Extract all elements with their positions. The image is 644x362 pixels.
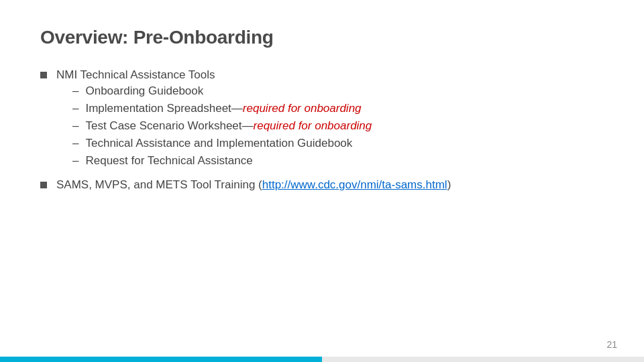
main-bullet-item: NMI Technical Assistance Tools – Onboard… — [40, 68, 604, 172]
content-area: Overview: Pre-Onboarding NMI Technical A… — [0, 0, 644, 224]
dash-icon-5: – — [72, 154, 78, 168]
sub-item-3-text: Test Case Scenario Worksheet—required fo… — [85, 119, 372, 133]
main-bullet-list: NMI Technical Assistance Tools – Onboard… — [40, 68, 604, 192]
slide-title: Overview: Pre-Onboarding — [40, 27, 604, 48]
sams-bullet-item: SAMS, MVPS, and METS Tool Training (http… — [40, 178, 604, 192]
main-bullet-text: NMI Technical Assistance Tools — [56, 68, 215, 81]
required-text-3: required for onboarding — [254, 119, 372, 132]
sams-link[interactable]: http://www.cdc.gov/nmi/ta-sams.html — [262, 178, 447, 191]
sub-item-5-text: Request for Technical Assistance — [85, 154, 252, 168]
required-text-2: required for onboarding — [243, 102, 362, 115]
sub-item-1-text: Onboarding Guidebook — [85, 84, 203, 98]
sams-bullet-content: SAMS, MVPS, and METS Tool Training (http… — [56, 178, 604, 192]
title-text: Overview: Pre-Onboarding — [40, 27, 274, 48]
bullet-square-icon — [40, 72, 47, 78]
sub-item-2-text: Implementation Spreadsheet—required for … — [85, 102, 361, 115]
sub-item-5: – Request for Technical Assistance — [72, 154, 604, 168]
slide-container: Overview: Pre-Onboarding NMI Technical A… — [0, 0, 644, 362]
bullet-square-icon-2 — [40, 182, 47, 188]
dash-icon-4: – — [72, 137, 78, 150]
page-number: 21 — [606, 339, 617, 350]
sams-text: SAMS, MVPS, and METS Tool Training (http… — [56, 178, 451, 191]
sub-bullet-list: – Onboarding Guidebook – Implementation … — [72, 84, 604, 168]
sub-item-4-text: Technical Assistance and Implementation … — [85, 137, 352, 150]
sub-item-3: – Test Case Scenario Worksheet—required … — [72, 119, 604, 133]
main-bullet-content: NMI Technical Assistance Tools – Onboard… — [56, 68, 604, 172]
dash-icon-3: – — [72, 119, 78, 133]
dash-icon-1: – — [72, 84, 78, 98]
sub-item-1: – Onboarding Guidebook — [72, 84, 604, 98]
bottom-bar — [0, 357, 644, 362]
dash-icon-2: – — [72, 102, 78, 115]
sub-item-2: – Implementation Spreadsheet—required fo… — [72, 102, 604, 115]
sub-item-4: – Technical Assistance and Implementatio… — [72, 137, 604, 150]
